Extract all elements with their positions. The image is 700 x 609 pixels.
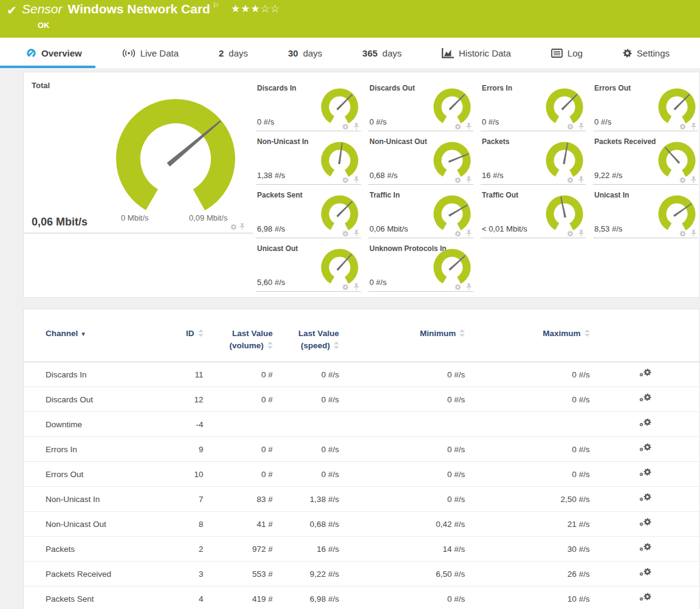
channel-name[interactable]: Packets Sent xyxy=(24,587,170,609)
gauge-label: Non-Unicast In xyxy=(257,137,309,146)
gear-icon[interactable] xyxy=(679,122,686,132)
flag-icon[interactable]: ⚐ xyxy=(213,1,219,10)
pin-icon[interactable] xyxy=(466,282,472,293)
gauge-value: 5,60 #/s xyxy=(257,278,285,287)
table-row-errors-in: Errors In90 #0 #/s0 #/s0 #/s xyxy=(24,437,700,462)
sort-caret-icon: ▾ xyxy=(81,330,85,338)
channel-settings-gear-icon[interactable] xyxy=(639,418,651,428)
gauge-tile-traffic-in[interactable]: Traffic In 0,06 Mbit/s xyxy=(368,190,481,243)
pin-icon[interactable] xyxy=(466,175,472,186)
pin-icon[interactable] xyxy=(691,229,696,239)
tab-live-data[interactable]: Live Data xyxy=(117,38,184,68)
column-header-last-valuevolume[interactable]: Last Value(volume) xyxy=(204,328,273,362)
column-header-id[interactable]: ID xyxy=(170,328,203,362)
gear-icon[interactable] xyxy=(230,222,237,232)
gauge-tile-discards-in[interactable]: Discards In 0 #/s xyxy=(256,83,368,136)
channel-settings-gear-icon[interactable] xyxy=(639,593,651,603)
gauge-tile-non-unicast-out[interactable]: Non-Unicast Out 0,68 #/s xyxy=(368,136,481,190)
gauge-tile-non-unicast-in[interactable]: Non-Unicast In 1,38 #/s xyxy=(256,136,368,190)
object-kind-label: Sensor xyxy=(22,2,63,16)
pin-icon[interactable] xyxy=(578,229,584,239)
gauge-tile-unicast-out[interactable]: Unicast Out 5,60 #/s xyxy=(256,243,368,297)
gauge-tile-traffic-out[interactable]: Traffic Out < 0,01 Mbit/s xyxy=(481,190,593,243)
gauge-tile-packets[interactable]: Packets 16 #/s xyxy=(481,136,593,190)
channel-name[interactable]: Discards Out xyxy=(24,387,170,412)
column-header-minimum[interactable]: Minimum xyxy=(339,328,465,362)
channel-settings-gear-icon[interactable] xyxy=(639,568,651,578)
channel-settings-gear-icon[interactable] xyxy=(639,393,651,404)
gauges-panel: Total 0,06 Mbit/s 0 Mbit/s 0,09 Mbit/s D… xyxy=(23,72,700,298)
area-chart-icon xyxy=(442,48,454,58)
channel-name[interactable]: Packets xyxy=(24,537,170,562)
pin-icon[interactable] xyxy=(578,175,584,186)
gear-icon[interactable] xyxy=(342,282,349,293)
pin-icon[interactable] xyxy=(354,282,359,293)
gear-icon[interactable] xyxy=(342,229,349,239)
channel-settings-gear-icon[interactable] xyxy=(639,543,651,553)
gear-icon[interactable] xyxy=(342,122,349,132)
last-value-volume: 83 # xyxy=(204,487,273,512)
gear-icon[interactable] xyxy=(567,122,574,132)
column-header-channel[interactable]: Channel▾ xyxy=(24,328,170,362)
last-value-volume: 0 # xyxy=(204,462,273,487)
channel-settings-gear-icon[interactable] xyxy=(639,468,651,478)
minimum-value: 0 #/s xyxy=(339,462,465,487)
sensor-name[interactable]: Windows Network Card xyxy=(68,2,210,16)
gauge-label: Discards In xyxy=(257,84,297,92)
tab-30[interactable]: 30 days xyxy=(283,38,327,68)
channel-name[interactable]: Errors In xyxy=(24,437,170,462)
gear-icon[interactable] xyxy=(679,175,686,186)
channel-name[interactable]: Errors Out xyxy=(24,462,170,487)
gear-icon[interactable] xyxy=(342,175,349,186)
column-header-last-valuespeed[interactable]: Last Value(speed) xyxy=(273,328,339,362)
channel-settings-cell xyxy=(590,437,700,462)
gauge-tile-packets-received[interactable]: Packets Received 9,22 #/s xyxy=(593,136,700,190)
pin-icon[interactable] xyxy=(691,175,696,186)
gauge-actions xyxy=(342,282,359,293)
maximum-value: 0 #/s xyxy=(465,437,589,462)
tab-settings[interactable]: Settings xyxy=(618,38,674,68)
gauge-tile-errors-in[interactable]: Errors In 0 #/s xyxy=(481,83,593,136)
pin-icon[interactable] xyxy=(354,229,359,239)
channel-settings-gear-icon[interactable] xyxy=(639,493,651,503)
channel-name[interactable]: Packets Received xyxy=(24,562,170,587)
tab-historic-data[interactable]: Historic Data xyxy=(437,38,516,68)
pin-icon[interactable] xyxy=(354,175,359,186)
channel-name[interactable]: Downtime xyxy=(24,412,170,437)
column-header-maximum[interactable]: Maximum xyxy=(465,328,589,362)
tab-365[interactable]: 365 days xyxy=(357,38,407,68)
gear-icon[interactable] xyxy=(455,122,461,132)
total-gauge[interactable] xyxy=(114,97,238,221)
channel-name[interactable]: Non-Unicast Out xyxy=(24,512,170,537)
gauge-actions xyxy=(455,229,472,239)
gauge-tile-packets-sent[interactable]: Packets Sent 6,98 #/s xyxy=(256,190,368,243)
channel-name[interactable]: Non-Unicast In xyxy=(24,487,170,512)
pin-icon[interactable] xyxy=(354,122,359,132)
priority-stars[interactable]: ★★★☆☆ xyxy=(231,2,280,15)
channel-settings-gear-icon[interactable] xyxy=(639,518,651,528)
gear-icon[interactable] xyxy=(455,282,461,293)
tab-overview[interactable]: Overview xyxy=(21,38,87,68)
channel-settings-gear-icon[interactable] xyxy=(639,368,651,379)
gauge-tile-unknown-protocols-in[interactable]: Unknown Protocols In 0 #/s xyxy=(368,243,481,297)
gear-icon[interactable] xyxy=(679,229,686,239)
gauge-tile-errors-out[interactable]: Errors Out 0 #/s xyxy=(593,83,700,136)
channel-name[interactable]: Discards In xyxy=(24,362,170,387)
gear-icon[interactable] xyxy=(567,175,574,186)
table-row-discards-in: Discards In110 #0 #/s0 #/s0 #/s xyxy=(24,362,700,387)
tab-2[interactable]: 2 days xyxy=(214,38,253,68)
gear-icon[interactable] xyxy=(567,229,574,239)
channel-settings-cell xyxy=(590,387,700,412)
pin-icon[interactable] xyxy=(466,122,472,132)
tab-log[interactable]: Log xyxy=(546,38,588,68)
gauge-tile-discards-out[interactable]: Discards Out 0 #/s xyxy=(368,83,481,136)
gear-icon[interactable] xyxy=(455,229,461,239)
pin-icon[interactable] xyxy=(466,229,472,239)
pin-icon[interactable] xyxy=(691,122,696,132)
gauge-tile-unicast-in[interactable]: Unicast In 8,53 #/s xyxy=(593,190,700,243)
pin-icon[interactable] xyxy=(578,122,584,132)
tab-label: days xyxy=(382,48,402,58)
pin-icon[interactable] xyxy=(239,222,245,232)
gear-icon[interactable] xyxy=(455,175,461,186)
channel-settings-gear-icon[interactable] xyxy=(639,443,651,453)
